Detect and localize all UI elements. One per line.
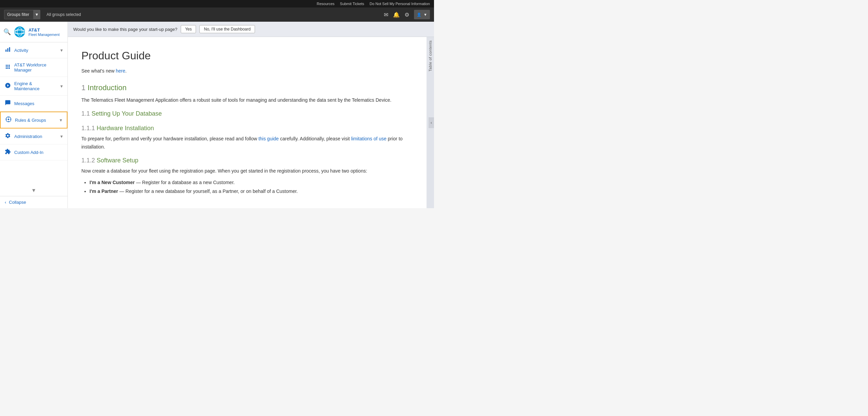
sidebar-item-rules-groups[interactable]: Rules & Groups ▾ bbox=[0, 112, 67, 128]
submit-tickets-link[interactable]: Submit Tickets bbox=[340, 2, 364, 6]
sidebar-item-messages[interactable]: Messages bbox=[0, 96, 67, 112]
section-1-1-title: Setting Up Your Database bbox=[92, 110, 162, 117]
main-layout: 🔍 AT&T Fleet Management Activity bbox=[0, 22, 434, 208]
section-1: 1 Introduction bbox=[81, 82, 413, 94]
svg-rect-6 bbox=[5, 49, 6, 52]
notifications-icon-button[interactable]: 🔔 bbox=[393, 12, 400, 18]
doc-title: Product Guide bbox=[81, 47, 413, 64]
engine-icon bbox=[5, 82, 11, 90]
section-1-1-2-body: Now create a database for your fleet usi… bbox=[81, 167, 413, 175]
section-1-1-1-body: To prepare for, perform and verify your … bbox=[81, 135, 413, 151]
administration-icon bbox=[5, 133, 11, 140]
engine-chevron: ▾ bbox=[60, 83, 63, 89]
section-1-title: Introduction bbox=[87, 83, 126, 92]
section-1-1-1: 1.1.1 Hardware Installation bbox=[81, 123, 413, 133]
svg-rect-8 bbox=[9, 47, 10, 52]
svg-rect-7 bbox=[7, 48, 8, 52]
custom-addon-icon bbox=[5, 148, 11, 156]
toc-panel[interactable]: Table of contents ‹ bbox=[427, 37, 434, 208]
section-1-1: 1.1 Setting Up Your Database bbox=[81, 109, 413, 119]
this-guide-link[interactable]: this guide bbox=[258, 136, 279, 141]
top-nav: Resources Submit Tickets Do Not Sell My … bbox=[0, 0, 434, 7]
messages-label: Messages bbox=[14, 101, 63, 106]
groups-filter-label: Groups filter bbox=[7, 12, 29, 17]
sidebar-item-administration[interactable]: Administration ▾ bbox=[0, 128, 67, 144]
subtitle-text: See what's new bbox=[81, 68, 116, 74]
groups-filter-chevron[interactable]: ▼ bbox=[33, 10, 40, 19]
rules-groups-icon bbox=[5, 116, 12, 124]
section-1-num: 1 bbox=[81, 83, 87, 92]
doc-subtitle: See what's new here. bbox=[81, 67, 413, 75]
rules-groups-chevron: ▾ bbox=[60, 117, 62, 123]
user-menu-button[interactable]: 👤 ▼ bbox=[414, 10, 430, 19]
limitations-link[interactable]: limitations of use bbox=[351, 136, 387, 141]
svg-point-0 bbox=[14, 26, 25, 37]
list-item-new-customer: I'm a New Customer — Register for a data… bbox=[90, 179, 413, 186]
toc-collapse-arrow[interactable]: ‹ bbox=[429, 117, 434, 128]
doc-content[interactable]: Product Guide See what's new here. 1 Int… bbox=[68, 37, 427, 208]
company-name: AT&T bbox=[28, 27, 60, 33]
svg-point-10 bbox=[8, 119, 9, 120]
chevron-down-icon: ▼ bbox=[423, 13, 427, 17]
collapse-left-icon: ‹ bbox=[5, 200, 6, 205]
doc-wrapper: Product Guide See what's new here. 1 Int… bbox=[68, 37, 434, 208]
section-1-1-1-title: Hardware Installation bbox=[97, 125, 154, 132]
collapse-button[interactable]: ‹ Collapse bbox=[0, 196, 67, 208]
search-icon[interactable]: 🔍 bbox=[3, 28, 11, 36]
administration-chevron: ▾ bbox=[60, 134, 63, 139]
section-1-1-num: 1.1 bbox=[81, 110, 92, 117]
engine-label: Engine & Maintenance bbox=[14, 81, 57, 91]
resources-link[interactable]: Resources bbox=[317, 2, 335, 6]
startup-bar: Would you like to make this page your st… bbox=[68, 22, 434, 37]
email-icon-button[interactable]: ✉ bbox=[384, 12, 388, 18]
second-bar-right: ✉ 🔔 ⚙ 👤 ▼ bbox=[384, 10, 430, 19]
sidebar-item-engine[interactable]: Engine & Maintenance ▾ bbox=[0, 77, 67, 96]
all-groups-text: All groups selected bbox=[46, 12, 81, 17]
custom-addon-label: Custom Add-In bbox=[14, 150, 63, 155]
sidebar-item-activity[interactable]: Activity ▾ bbox=[0, 42, 67, 58]
activity-label: Activity bbox=[14, 48, 57, 53]
section-1-1-1-num: 1.1.1 bbox=[81, 125, 97, 132]
do-not-sell-link[interactable]: Do Not Sell My Personal Information bbox=[370, 2, 430, 6]
startup-question: Would you like to make this page your st… bbox=[73, 27, 177, 32]
section-1-body: The Telematics Fleet Management Applicat… bbox=[81, 96, 413, 104]
toc-label[interactable]: Table of contents bbox=[428, 40, 432, 72]
second-bar: Groups filter ▼ All groups selected ✉ 🔔 … bbox=[0, 7, 434, 22]
messages-icon bbox=[5, 100, 11, 107]
collapse-label: Collapse bbox=[9, 200, 26, 205]
software-setup-list: I'm a New Customer — Register for a data… bbox=[90, 179, 413, 195]
company-sub: Fleet Management bbox=[28, 33, 60, 37]
sidebar-header: 🔍 AT&T Fleet Management bbox=[0, 22, 67, 42]
here-link[interactable]: here bbox=[116, 68, 125, 74]
rules-groups-label: Rules & Groups bbox=[15, 118, 56, 123]
administration-label: Administration bbox=[14, 134, 57, 139]
section-1-1-2: 1.1.2 Software Setup bbox=[81, 156, 413, 165]
settings-icon-button[interactable]: ⚙ bbox=[405, 12, 409, 18]
workforce-label: AT&T Workforce Manager bbox=[14, 62, 63, 73]
activity-chevron: ▾ bbox=[60, 47, 63, 53]
activity-icon bbox=[5, 46, 11, 54]
company-info: AT&T Fleet Management bbox=[28, 27, 60, 37]
groups-filter-button[interactable]: Groups filter ▼ bbox=[4, 10, 40, 19]
att-logo bbox=[14, 26, 26, 38]
list-item-partner: I'm a Partner — Register for a new datab… bbox=[90, 187, 413, 195]
sidebar-items: Activity ▾ AT&T Workforce Manager Engine… bbox=[0, 42, 67, 184]
user-avatar-icon: 👤 bbox=[417, 13, 421, 17]
sidebar-item-workforce[interactable]: AT&T Workforce Manager bbox=[0, 58, 67, 77]
sidebar-item-custom-addon[interactable]: Custom Add-In bbox=[0, 144, 67, 160]
scroll-down-button[interactable]: ▾ bbox=[0, 184, 67, 196]
section-1-1-2-title: Software Setup bbox=[97, 157, 138, 164]
section-1-1-2-num: 1.1.2 bbox=[81, 157, 97, 164]
use-dashboard-button[interactable]: No, I'll use the Dashboard bbox=[199, 25, 255, 33]
yes-button[interactable]: Yes bbox=[181, 25, 196, 33]
sidebar: 🔍 AT&T Fleet Management Activity bbox=[0, 22, 68, 208]
workforce-icon bbox=[5, 64, 11, 71]
content-area: Would you like to make this page your st… bbox=[68, 22, 434, 208]
